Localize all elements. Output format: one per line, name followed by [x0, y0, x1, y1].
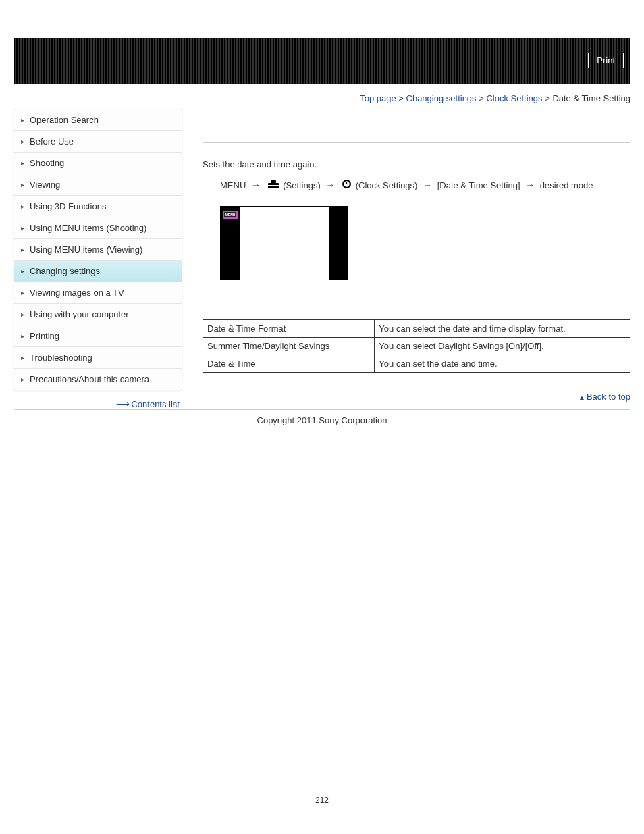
- arrow-icon: →: [251, 180, 261, 190]
- sidebar-item-label: Viewing: [30, 180, 60, 190]
- table-row: Date & Time You can set the date and tim…: [203, 355, 630, 372]
- sidebar-item-label: Shooting: [30, 158, 64, 168]
- option-desc: You can select the date and time display…: [375, 319, 630, 337]
- sidebar-item-label: Using with your computer: [30, 309, 129, 319]
- caret-icon: ▸: [21, 159, 24, 167]
- option-name: Date & Time Format: [203, 319, 375, 337]
- option-desc: You can set the date and time.: [375, 355, 630, 372]
- back-to-top-link[interactable]: Back to top: [587, 392, 630, 402]
- option-desc: You can select Daylight Savings [On]/[Of…: [375, 337, 630, 355]
- triangle-up-icon: ▲: [579, 394, 585, 401]
- sidebar-item-troubleshooting[interactable]: ▸Troubleshooting: [14, 347, 182, 369]
- sidebar-item-label: Using MENU items (Shooting): [30, 223, 146, 233]
- caret-icon: ▸: [21, 203, 24, 210]
- sidebar-item-label: Using 3D Functions: [30, 201, 106, 211]
- table-row: Date & Time Format You can select the da…: [203, 319, 630, 337]
- thumb-screen-area: [240, 207, 329, 280]
- intro-text: Sets the date and time again.: [203, 159, 630, 170]
- sidebar-item-printing[interactable]: ▸Printing: [14, 325, 182, 347]
- page-number: 212: [14, 431, 630, 825]
- caret-icon: ▸: [21, 246, 24, 253]
- sidebar-item-viewing-tv[interactable]: ▸Viewing images on a TV: [14, 282, 182, 304]
- caret-icon: ▸: [21, 181, 24, 188]
- sidebar: ▸Operation Search ▸Before Use ▸Shooting …: [14, 109, 182, 390]
- sidebar-item-changing-settings[interactable]: ▸Changing settings: [14, 261, 182, 282]
- thumb-right-bar: [329, 207, 348, 280]
- caret-icon: ▸: [21, 267, 24, 275]
- caret-icon: ▸: [21, 311, 24, 318]
- sidebar-item-label: Operation Search: [30, 115, 99, 125]
- breadcrumb-clock-settings[interactable]: Clock Settings: [486, 93, 542, 103]
- breadcrumb-sep: >: [479, 93, 484, 103]
- contents-list-wrap: ⟶ Contents list: [14, 390, 182, 409]
- option-name: Summer Time/Daylight Savings: [203, 337, 375, 355]
- svg-rect-1: [271, 180, 276, 183]
- sidebar-item-menu-viewing[interactable]: ▸Using MENU items (Viewing): [14, 239, 182, 261]
- breadcrumb-sep: >: [545, 93, 550, 103]
- path-setting: [Date & Time Setting]: [437, 180, 520, 190]
- breadcrumb-changing-settings[interactable]: Changing settings: [406, 93, 477, 103]
- sidebar-item-label: Viewing images on a TV: [30, 288, 124, 298]
- breadcrumb-current: Date & Time Setting: [552, 93, 630, 103]
- path-settings: (Settings): [283, 180, 321, 190]
- sidebar-item-label: Before Use: [30, 136, 74, 147]
- menu-navigation-path: MENU → (Settings) → (Clock Settings) → […: [203, 178, 630, 194]
- path-menu: MENU: [220, 180, 246, 190]
- breadcrumb-sep: >: [398, 93, 404, 103]
- print-button[interactable]: Print: [588, 53, 624, 68]
- sidebar-item-before-use[interactable]: ▸Before Use: [14, 131, 182, 153]
- sidebar-item-label: Precautions/About this camera: [30, 374, 149, 384]
- thumb-left-bar: MENU: [221, 207, 240, 280]
- sidebar-item-3d-functions[interactable]: ▸Using 3D Functions: [14, 196, 182, 217]
- toolbox-icon: [267, 179, 279, 194]
- sidebar-item-label: Changing settings: [30, 266, 100, 276]
- caret-icon: ▸: [21, 375, 24, 383]
- arrow-icon: →: [423, 180, 432, 190]
- copyright-text: Copyright 2011 Sony Corporation: [14, 410, 630, 431]
- sidebar-item-label: Troubleshooting: [30, 353, 92, 363]
- options-table: Date & Time Format You can select the da…: [203, 319, 630, 373]
- screen-thumbnail: MENU: [220, 206, 348, 280]
- back-to-top-wrap: ▲Back to top: [203, 373, 630, 406]
- sidebar-item-computer[interactable]: ▸Using with your computer: [14, 304, 182, 325]
- divider: [203, 142, 630, 143]
- main-content: Sets the date and time again. MENU → (Se…: [203, 109, 630, 406]
- caret-icon: ▸: [21, 138, 24, 145]
- sidebar-item-shooting[interactable]: ▸Shooting: [14, 153, 182, 174]
- sidebar-item-label: Using MENU items (Viewing): [30, 244, 142, 255]
- caret-icon: ▸: [21, 332, 24, 340]
- caret-icon: ▸: [21, 354, 24, 361]
- sidebar-item-precautions[interactable]: ▸Precautions/About this camera: [14, 369, 182, 390]
- arrow-icon: →: [525, 180, 535, 190]
- thumb-menu-highlight: MENU: [223, 211, 238, 219]
- sidebar-wrap: ▸Operation Search ▸Before Use ▸Shooting …: [14, 109, 182, 409]
- breadcrumb: Top page > Changing settings > Clock Set…: [14, 84, 630, 109]
- contents-list-link[interactable]: Contents list: [131, 399, 180, 409]
- caret-icon: ▸: [21, 116, 24, 124]
- arrow-right-icon: ⟶: [116, 398, 128, 409]
- caret-icon: ▸: [21, 224, 24, 232]
- breadcrumb-top-page[interactable]: Top page: [360, 93, 396, 103]
- caret-icon: ▸: [21, 289, 24, 296]
- path-desired: desired mode: [540, 180, 593, 190]
- option-name: Date & Time: [203, 355, 375, 372]
- sidebar-item-viewing[interactable]: ▸Viewing: [14, 174, 182, 196]
- header-band: Print: [14, 38, 630, 84]
- arrow-icon: →: [325, 180, 335, 190]
- table-row: Summer Time/Daylight Savings You can sel…: [203, 337, 630, 355]
- svg-rect-2: [268, 185, 279, 186]
- path-clock: (Clock Settings): [356, 180, 418, 190]
- sidebar-item-menu-shooting[interactable]: ▸Using MENU items (Shooting): [14, 217, 182, 239]
- sidebar-item-operation-search[interactable]: ▸Operation Search: [14, 109, 182, 131]
- sidebar-item-label: Printing: [30, 331, 59, 341]
- clock-icon: [342, 179, 352, 194]
